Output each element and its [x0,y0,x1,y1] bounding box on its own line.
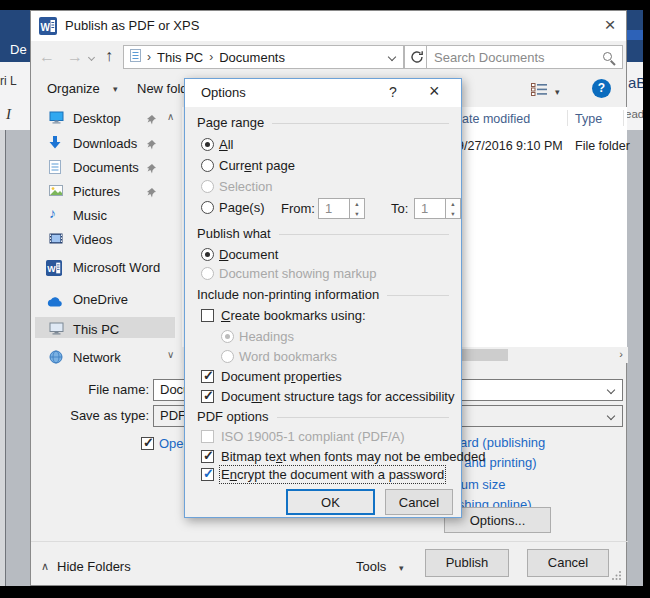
encrypt-password-checkbox[interactable] [201,468,214,481]
pdf-options-group-heading: PDF options [197,409,449,424]
close-icon[interactable]: × [597,13,623,37]
create-bookmarks-label[interactable]: Create bookmarks using: [221,308,366,323]
music-icon: ♪ [49,205,56,221]
up-icon[interactable]: ↑ [105,47,113,65]
radio-all-label[interactable]: All [219,137,233,152]
tools-button[interactable]: Tools [356,559,386,574]
radio-word-bookmarks [221,350,234,363]
options-dialog: Options ? × Page range All Current page … [184,78,462,518]
dialog-help-icon[interactable]: ? [389,84,397,100]
organize-dropdown-icon: ▾ [113,84,118,94]
help-icon[interactable]: ? [592,79,611,98]
sidebar-item-music[interactable]: ♪ Music [31,206,177,227]
breadcrumb-separator: › [147,50,151,64]
save-as-type-dropdown-chevron-icon[interactable] [607,412,615,420]
column-header-date-modified[interactable]: Date modified [453,112,530,126]
word-app-icon: W [39,17,57,38]
radio-document[interactable] [201,248,214,261]
document-properties-checkbox[interactable] [201,370,214,383]
word-ribbon-tab-fragment: De [10,42,27,57]
radio-pages-label[interactable]: Page(s) [219,200,265,215]
publish-button[interactable]: Publish [425,549,509,577]
resize-grip[interactable] [611,569,622,584]
sidebar-item-downloads[interactable]: Downloads [31,134,177,155]
views-dropdown-icon[interactable]: ▾ [555,87,560,97]
onedrive-icon [46,295,63,310]
document-structure-checkbox[interactable] [201,390,214,403]
word-document-edge [0,130,6,586]
refresh-icon [410,50,424,64]
styles-gallery-fragment: aBb [628,74,643,91]
breadcrumb-this-pc[interactable]: This PC [157,50,203,65]
encrypt-password-label[interactable]: Encrypt the document with a password [221,467,444,482]
radio-pages[interactable] [201,201,214,214]
dialog-title: Publish as PDF or XPS [65,18,199,33]
location-doc-icon [130,49,141,65]
scrollbar-thumb[interactable] [458,349,508,361]
back-icon[interactable]: ← [39,48,55,66]
to-value[interactable]: 1 [414,198,446,219]
spin-down-icon[interactable]: ▾ [350,209,364,219]
search-input[interactable] [426,45,623,69]
column-divider[interactable] [623,110,624,126]
sidebar-item-videos[interactable]: Videos [31,230,177,251]
hide-folders-button[interactable]: Hide Folders [57,559,131,574]
document-properties-label[interactable]: Document properties [221,369,342,384]
from-spinner[interactable]: 1 ▴▾ [318,198,365,219]
save-as-type-label: Save as type: [53,408,149,423]
to-spinner[interactable]: 1 ▴▾ [414,198,461,219]
radio-document-label[interactable]: Document [219,247,278,262]
spin-up-icon[interactable]: ▴ [350,199,364,209]
radio-headings [221,330,234,343]
from-value[interactable]: 1 [318,198,350,219]
svg-text:W: W [41,22,51,33]
sidebar-scroll-up-icon[interactable]: ∧ [167,111,174,122]
options-dialog-titlebar: Options ? × [185,79,461,107]
file-row-type[interactable]: File folder [575,139,630,153]
document-structure-label[interactable]: Document structure tags for accessibilit… [221,389,454,404]
radio-current-page[interactable] [201,159,214,172]
publish-dialog-titlebar: W Publish as PDF or XPS × [31,11,626,41]
file-name-dropdown-chevron-icon[interactable] [607,386,615,394]
sidebar-item-network[interactable]: Network [31,348,177,369]
organize-button[interactable]: Organize [47,81,100,96]
sidebar-scroll-down-icon[interactable]: ∨ [167,349,174,360]
downloads-icon [49,136,61,152]
sidebar-item-documents[interactable]: Documents [31,158,177,179]
spin-up-icon[interactable]: ▴ [446,199,460,209]
recent-locations-chevron-icon[interactable] [88,54,95,61]
font-name-fragment: ri L [0,74,17,88]
bitmap-text-checkbox[interactable] [201,450,214,463]
radio-selection [201,180,214,193]
breadcrumb-documents[interactable]: Documents [219,50,285,65]
file-row-date[interactable]: 9/27/2016 9:10 PM [457,139,563,153]
dialog-close-icon[interactable]: × [429,81,440,102]
bitmap-text-label[interactable]: Bitmap text when fonts may not be embedd… [221,449,486,464]
pin-icon [147,186,156,201]
column-divider[interactable] [567,110,568,126]
spin-down-icon[interactable]: ▾ [446,209,460,219]
sidebar-item-microsoft-word[interactable]: W Microsoft Word [31,258,177,279]
sidebar-item-this-pc[interactable]: This PC [31,320,177,341]
ok-button[interactable]: OK [286,489,375,515]
create-bookmarks-checkbox[interactable] [201,309,214,322]
forward-icon[interactable]: → [67,48,83,66]
sidebar-item-desktop[interactable]: Desktop [31,109,177,130]
address-dropdown-chevron-icon[interactable] [388,53,396,61]
radio-document-markup [201,267,214,280]
radio-current-page-label[interactable]: Current page [219,158,295,173]
cancel-button[interactable]: Cancel [527,549,609,577]
radio-word-bookmarks-label: Word bookmarks [239,349,337,364]
search-icon [603,52,612,61]
sidebar-item-pictures[interactable]: Pictures [31,182,177,203]
scroll-right-icon[interactable]: › [619,348,623,360]
iso-compliant-checkbox [201,430,214,443]
address-bar[interactable]: › This PC › Documents [123,45,404,69]
options-cancel-button[interactable]: Cancel [385,489,453,515]
open-after-publish-checkbox[interactable] [141,437,154,450]
column-header-type[interactable]: Type [575,112,602,126]
word-icon: W [46,260,62,279]
views-icon[interactable] [531,83,548,99]
radio-all[interactable] [201,138,214,151]
sidebar-item-onedrive[interactable]: OneDrive [31,290,177,311]
